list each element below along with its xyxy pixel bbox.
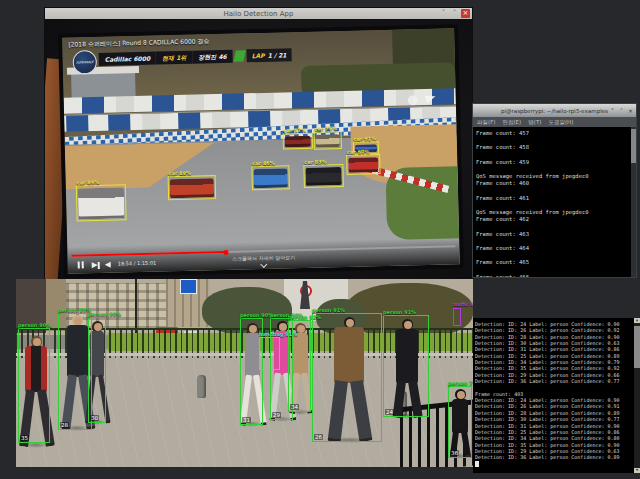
car-detection-label: car 91% [354, 135, 377, 142]
terminal-line: Frame count: 458 [476, 144, 626, 151]
terminal-line: QoS message received from jpegdec0 [476, 209, 626, 216]
terminal-line: Detection: ID: 30 Label: person Confiden… [475, 416, 633, 422]
terminal-scrollbar[interactable]: ▲ ▼ [634, 318, 640, 473]
car-detection-box: car 60% [346, 154, 380, 175]
race-car [348, 157, 378, 173]
car-detection-label: car 86% [252, 160, 275, 167]
car-detection-label: car 89% [77, 179, 100, 186]
terminal-menu-item[interactable]: 탭(T) [528, 119, 541, 126]
car-detection-label: car 57% [283, 127, 306, 134]
terminal-window-bottom[interactable]: Detection: ID: 24 Label: person Confiden… [473, 318, 640, 473]
detection-track-id: 36 [450, 450, 459, 456]
hailo-window-titlebar[interactable]: Hailo Detection App ˅ ˄ × [45, 8, 472, 19]
close-button[interactable]: × [461, 9, 470, 18]
bollard [197, 375, 206, 398]
terminal-titlebar[interactable]: pi@raspberrypi: ~/hailo-rpi5-examples ˅ … [473, 104, 636, 117]
scroll-up-arrow[interactable]: ▲ [634, 318, 640, 323]
terminal-line: Frame count: 466 [476, 274, 626, 277]
terminal-line: Frame count: 461 [476, 195, 626, 202]
terminal-close-button[interactable]: × [627, 106, 634, 115]
terminal-line: Detection: ID: 31 Label: person Confiden… [475, 346, 633, 352]
terminal-line [476, 152, 626, 159]
terminal-line: Frame count: 464 [476, 245, 626, 252]
terminal-menu-item[interactable]: 파일(F) [477, 119, 495, 126]
scoreboard-car: Cadillac 6000 [99, 52, 157, 66]
terminal-line: Frame count: 460 [476, 180, 626, 187]
race-car [253, 168, 287, 188]
terminal-line: Detection: ID: 35 Label: person Confiden… [475, 442, 633, 448]
scrollbar-thumb[interactable] [631, 129, 636, 163]
terminal-menu-item[interactable]: 도움말(H) [548, 119, 573, 126]
car-detection-label: car 89% [168, 170, 191, 177]
detection-track-id: 31 [242, 417, 251, 423]
person-detection-box: person 91%24 [383, 315, 429, 417]
person-detection-box: person 91%26 [312, 313, 382, 442]
car-detection-box: car 89% [76, 184, 127, 221]
person-detection-label: person 91% [312, 307, 345, 313]
terminal-line: Detection: ID: 34 Label: person Confiden… [475, 435, 633, 441]
terminal-maximize-button[interactable]: ˄ [618, 106, 625, 115]
terminal-line: Frame count: 457 [476, 130, 626, 137]
terminal-line: Frame count: 463 [476, 231, 626, 238]
terminal-line [476, 202, 626, 209]
terminal-line: Detection: ID: 31 Label: person Confiden… [475, 423, 633, 429]
person-detection-label: person 77% [448, 380, 473, 386]
person-detection-label: person 90% [88, 311, 121, 317]
race-car [170, 178, 214, 198]
terminal-title: pi@raspberrypi: ~/hailo-rpi5-examples [501, 108, 608, 114]
person-detection-box: person 90%35 [18, 328, 50, 443]
street-photo: person 90%35person 89%28person 90%30pers… [16, 279, 473, 467]
terminal-menubar: 파일(F)편집(E)탭(T)도움말(H) [473, 117, 636, 127]
terminal-minimize-button[interactable]: ˅ [609, 106, 616, 115]
car-detection-box: car 86% [251, 165, 290, 190]
hailo-detection-app-window: Hailo Detection App ˅ ˄ × [45, 8, 472, 279]
person-detection-box: person 90%30 [88, 317, 106, 423]
video-progress-handle [223, 249, 228, 254]
person-detection-box: person 89%28 [58, 313, 92, 430]
person-detection-label: person 90% [240, 312, 273, 318]
person-detection-box: person 92%34 [288, 320, 311, 412]
detection-track-id: 30 [90, 415, 99, 421]
terminal-line: Frame count: 459 [476, 159, 626, 166]
detection-track-id: 34 [290, 404, 299, 410]
person-detection-label: person 91% [383, 309, 416, 315]
race-car [78, 187, 125, 219]
person-detection-label: person 89% [58, 307, 91, 313]
desktop: Hailo Detection App ˅ ˄ × [0, 0, 640, 479]
terminal-scrollbar[interactable] [631, 127, 636, 277]
detection-track-id: 26 [314, 434, 323, 440]
terminal-menu-item[interactable]: 편집(E) [502, 119, 521, 126]
lap-value: 1 / 21 [267, 51, 286, 58]
minimize-button[interactable]: ˅ [439, 9, 448, 18]
traffic-light-detection-label: traffic light [453, 302, 473, 307]
race-car [316, 134, 340, 148]
car-detection-box: car 57% [283, 133, 313, 150]
green-flag-icon [233, 50, 246, 61]
terminal-cursor [475, 461, 479, 467]
terminal-line: Detection: ID: 36 Label: person Confiden… [475, 454, 633, 460]
car-detection-box: car 83% [303, 164, 344, 188]
detection-track-id: 28 [60, 422, 69, 428]
car-detection-label: car 83% [304, 158, 327, 165]
race-car [305, 167, 341, 186]
terminal-line [476, 252, 626, 259]
scroll-down-arrow[interactable]: ▼ [634, 468, 640, 473]
terminal-line [475, 461, 633, 467]
traffic-light-detection-box: traffic light [453, 308, 461, 326]
monitor-photo: [2018 슈퍼레이스] Round 8 CADILLAC 6000 결승 SU… [58, 24, 464, 278]
detection-track-id: 35 [20, 435, 29, 441]
blue-banner [180, 279, 197, 294]
terminal-line: Detection: ID: 35 Label: person Confiden… [475, 365, 633, 371]
scoreboard-lap: LAP1 / 21 [247, 48, 292, 62]
terminal-line [476, 166, 626, 173]
scrollbar-thumb[interactable] [634, 326, 640, 368]
detection-track-id: 24 [385, 409, 394, 415]
maximize-button[interactable]: ˄ [450, 9, 459, 18]
car-detection-label: car 60% [347, 148, 370, 155]
scoreboard-driver: 장현진 46 [192, 50, 233, 64]
terminal-window-top: pi@raspberrypi: ~/hailo-rpi5-examples ˅ … [473, 104, 636, 277]
car-detection-box: car 89% [168, 175, 217, 200]
terminal-output[interactable]: Frame count: 457Frame count: 458Frame co… [473, 127, 636, 277]
terminal-line [476, 223, 626, 230]
terminal-line [476, 137, 626, 144]
